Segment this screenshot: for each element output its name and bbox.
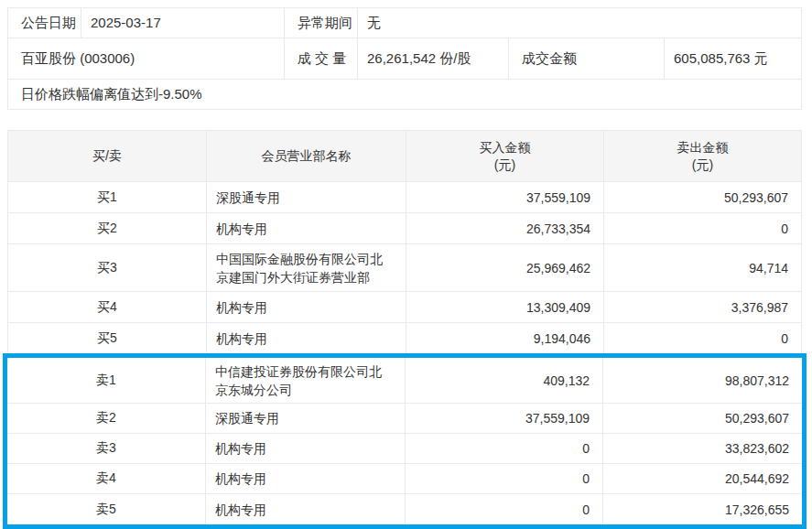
info-row-stock: 百亚股份 (003006) 成交量 26,261,542 份/股 成交金额 60… [8,38,801,80]
deviation-note: 日价格跌幅偏离值达到-9.50% [8,80,801,109]
sell-amount-cell: 3,376,987 [604,292,801,322]
table-row: 卖1 中信建投证券股份有限公司北京东城分公司 409,132 98,807,31… [7,358,802,404]
sell-amount-cell: 50,293,607 [604,182,801,212]
rank-cell: 买2 [8,213,207,243]
sell-amount-cell: 0 [604,213,801,243]
stock-title: 百亚股份 (003006) [8,38,285,79]
table-row: 买2 机构专用 26,733,354 0 [8,213,801,244]
info-row-deviation: 日价格跌幅偏离值达到-9.50% [8,80,801,109]
announce-date-value: 2025-03-17 [81,8,285,38]
branch-cell: 机构专用 [207,323,406,353]
rank-cell: 买3 [8,244,207,291]
branch-cell: 机构专用 [206,494,406,524]
buy-amount-cell: 0 [406,464,603,493]
branch-cell: 深股通专用 [206,404,406,433]
header-rank: 买/卖 [8,131,207,181]
table-row: 卖5 机构专用 0 17,326,655 [7,494,802,524]
branch-cell: 机构专用 [207,292,406,322]
table-row: 卖3 机构专用 0 33,823,602 [7,434,802,464]
table-row: 买1 深股通专用 37,559,109 50,293,607 [8,182,801,213]
table-header-row: 买/卖 会员营业部名称 买入金额 (元) 卖出金额 (元) [8,131,801,182]
table-buy-section: 买/卖 会员营业部名称 买入金额 (元) 卖出金额 (元) 买1 深股通专用 3… [7,130,802,354]
turnover-label: 成交金额 [509,38,665,79]
rank-cell: 买4 [8,292,207,322]
sell-section-highlight: 卖1 中信建投证券股份有限公司北京东城分公司 409,132 98,807,31… [3,353,807,529]
branch-cell: 机构专用 [206,434,406,463]
buy-amount-cell: 9,194,046 [406,323,604,353]
rank-cell: 卖5 [7,494,206,524]
volume-value: 26,261,542 份/股 [358,38,509,79]
header-branch: 会员营业部名称 [207,131,406,181]
info-row-announcement: 公告日期 2025-03-17 异常期间 无 [8,8,801,38]
rank-cell: 卖4 [7,464,206,493]
buy-amount-cell: 37,559,109 [406,182,604,212]
announce-date-label: 公告日期 [8,8,81,38]
branch-cell: 机构专用 [207,213,406,243]
header-buy-amount: 买入金额 (元) [406,131,604,181]
rank-cell: 买5 [8,323,207,353]
buy-amount-cell: 0 [406,494,603,524]
buy-amount-cell: 37,559,109 [406,404,603,433]
table-row: 卖2 深股通专用 37,559,109 50,293,607 [7,404,802,434]
table-row: 买4 机构专用 13,309,409 3,376,987 [8,292,801,323]
buy-amount-cell: 25,969,462 [406,244,604,291]
branch-cell: 深股通专用 [207,182,406,212]
branch-cell: 中国国际金融股份有限公司北京建国门外大街证券营业部 [207,244,406,291]
turnover-value: 605,085,763 元 [665,38,801,79]
rank-cell: 买1 [8,182,207,212]
sell-amount-cell: 98,807,312 [603,358,802,403]
buy-amount-cell: 409,132 [406,358,603,403]
table-row: 买5 机构专用 9,194,046 0 [8,323,801,354]
sell-amount-cell: 50,293,607 [603,404,802,433]
table-row: 卖4 机构专用 0 20,544,692 [7,464,802,494]
branch-cell: 机构专用 [206,464,406,493]
info-panel: 公告日期 2025-03-17 异常期间 无 百亚股份 (003006) 成交量… [7,7,802,110]
rank-cell: 卖1 [7,358,206,403]
branch-cell: 中信建投证券股份有限公司北京东城分公司 [206,358,406,403]
sell-amount-cell: 17,326,655 [603,494,802,524]
sell-amount-cell: 94,714 [604,244,801,291]
buy-amount-cell: 26,733,354 [406,213,604,243]
sell-amount-cell: 0 [604,323,801,353]
sell-amount-cell: 20,544,692 [603,464,802,493]
abnormal-period-label: 异常期间 [285,8,358,38]
rank-cell: 卖3 [7,434,206,463]
abnormal-period-value: 无 [358,8,801,38]
volume-label: 成交量 [285,38,358,79]
buy-amount-cell: 0 [406,434,603,463]
buy-amount-cell: 13,309,409 [406,292,604,322]
broker-trade-table: 买/卖 会员营业部名称 买入金额 (元) 卖出金额 (元) 买1 深股通专用 3… [7,130,802,529]
header-sell-amount: 卖出金额 (元) [604,131,801,181]
table-row: 买3 中国国际金融股份有限公司北京建国门外大街证券营业部 25,969,462 … [8,244,801,292]
rank-cell: 卖2 [7,404,206,433]
sell-amount-cell: 33,823,602 [603,434,802,463]
